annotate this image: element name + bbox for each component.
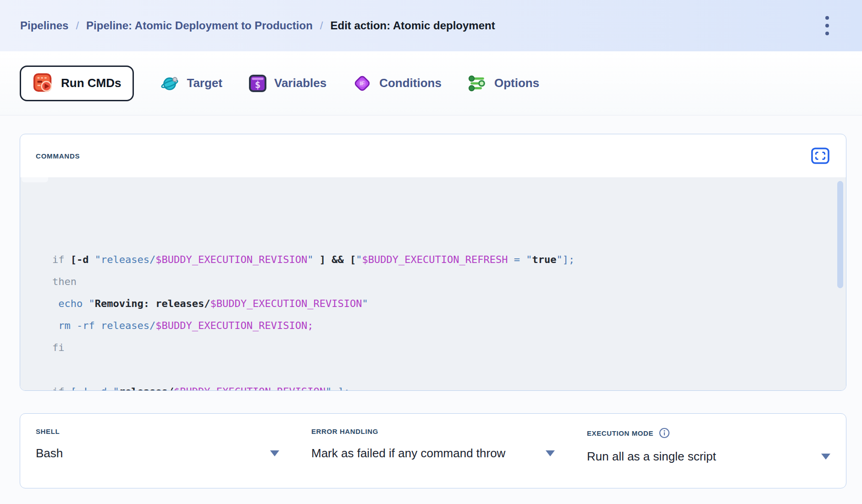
breadcrumb-separator: / <box>320 19 323 32</box>
execution-mode-dropdown[interactable]: Run all as a single script <box>587 449 830 464</box>
dollar-variables-icon: $ <box>249 74 267 93</box>
shell-dropdown[interactable]: Bash <box>36 446 279 460</box>
breadcrumb-pipeline-link[interactable]: Pipeline: Atomic Deployment to Productio… <box>86 19 313 32</box>
chevron-down-icon <box>821 454 830 460</box>
code-line <box>52 359 846 381</box>
settings-panel: SHELL Bash ERROR HANDLING Mark as failed… <box>20 413 846 488</box>
code-line: echo "Removing: releases/$BUDDY_EXECUTIO… <box>52 293 846 315</box>
code-scrollbar-thumb[interactable] <box>837 181 843 288</box>
code-line: fi <box>52 337 846 359</box>
tab-target[interactable]: Target <box>160 74 222 93</box>
shell-setting: SHELL Bash <box>36 427 279 488</box>
breadcrumb: Pipelines / Pipeline: Atomic Deployment … <box>20 19 495 32</box>
tab-run-cmds[interactable]: Run CMDs <box>20 66 134 101</box>
code-line: rm -rf releases/$BUDDY_EXECUTION_REVISIO… <box>52 315 846 337</box>
breadcrumb-pipelines-link[interactable]: Pipelines <box>20 19 68 32</box>
tab-label: Variables <box>274 76 326 90</box>
error-handling-setting: ERROR HANDLING Mark as failed if any com… <box>311 427 555 488</box>
top-bar: Pipelines / Pipeline: Atomic Deployment … <box>0 0 862 51</box>
kebab-menu-icon[interactable] <box>821 13 834 38</box>
shell-label: SHELL <box>36 427 60 435</box>
tab-label: Run CMDs <box>61 76 121 90</box>
execution-mode-value: Run all as a single script <box>587 449 815 464</box>
svg-text:$: $ <box>255 79 261 90</box>
commands-panel: COMMANDS if [-d "releases/$BUDDY_EXECUTI… <box>20 134 846 391</box>
main-content: COMMANDS if [-d "releases/$BUDDY_EXECUTI… <box>0 134 862 488</box>
sliders-icon <box>468 74 487 93</box>
run-cmds-terminal-icon <box>33 73 54 94</box>
tab-variables[interactable]: $ Variables <box>249 74 326 93</box>
breadcrumb-current-page: Edit action: Atomic deployment <box>331 19 495 32</box>
execution-mode-label: EXECUTION MODE <box>587 429 653 437</box>
fullscreen-icon[interactable] <box>809 146 831 166</box>
tab-conditions[interactable]: IF Conditions <box>353 74 442 93</box>
chevron-down-icon <box>546 450 555 456</box>
code-gutter-notch <box>22 177 48 182</box>
svg-text:IF: IF <box>360 81 365 86</box>
code-lines: if [-d "releases/$BUDDY_EXECUTION_REVISI… <box>52 249 846 390</box>
tab-label: Conditions <box>379 76 442 90</box>
shell-value: Bash <box>36 446 264 460</box>
commands-panel-title: COMMANDS <box>36 152 80 160</box>
tab-options[interactable]: Options <box>468 74 539 93</box>
tab-label: Options <box>494 76 539 90</box>
action-tabs: Run CMDs Target $ Variables IF <box>0 51 862 115</box>
code-line: if [-d "releases/$BUDDY_EXECUTION_REVISI… <box>52 249 846 271</box>
info-icon[interactable] <box>659 427 670 438</box>
error-handling-value: Mark as failed if any command throw <box>311 446 539 460</box>
tab-label: Target <box>187 76 222 90</box>
code-line: then <box>52 271 846 293</box>
error-handling-dropdown[interactable]: Mark as failed if any command throw <box>311 446 555 460</box>
breadcrumb-separator: / <box>76 19 79 32</box>
if-diamond-icon: IF <box>353 74 372 93</box>
chevron-down-icon <box>270 450 279 456</box>
planet-icon <box>160 74 179 93</box>
code-editor[interactable]: if [-d "releases/$BUDDY_EXECUTION_REVISI… <box>20 177 846 390</box>
code-line: if [ ! -d "releases/$BUDDY_EXECUTION_REV… <box>52 381 846 390</box>
execution-mode-setting: EXECUTION MODE Run all as a single scrip… <box>587 427 830 488</box>
error-handling-label: ERROR HANDLING <box>311 427 378 435</box>
commands-panel-header: COMMANDS <box>20 134 846 177</box>
